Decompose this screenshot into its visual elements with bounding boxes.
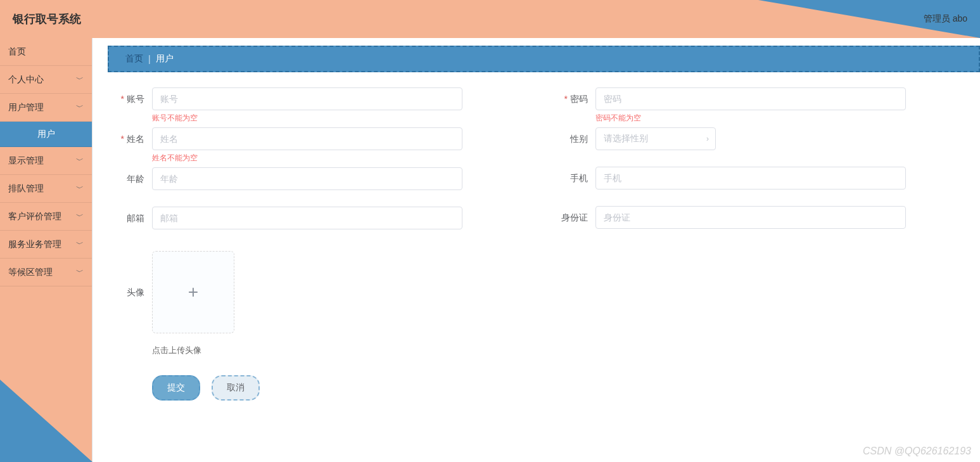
app-title: 银行取号系统	[13, 11, 81, 27]
email-input[interactable]	[152, 207, 462, 229]
sidebar-item-label: 用户管理	[8, 102, 44, 113]
name-input[interactable]	[152, 127, 462, 150]
sidebar-decoration	[0, 380, 92, 462]
account-label: *账号	[108, 87, 152, 110]
chevron-down-icon: ﹀	[76, 74, 84, 85]
sidebar-item-label: 客户评价管理	[8, 211, 61, 222]
gender-placeholder: 请选择性别	[604, 133, 648, 144]
upload-hint: 点击上传头像	[152, 345, 462, 356]
password-input[interactable]	[595, 87, 906, 110]
watermark: CSDN @QQ626162193	[863, 446, 971, 457]
cancel-button[interactable]: 取消	[212, 375, 260, 401]
form: *账号 账号不能为空 *姓名 姓名不能为空 年龄	[108, 87, 980, 401]
form-right-column: *密码 密码不能为空 性别 请选择性别 ›	[551, 87, 906, 401]
sidebar-item-label: 个人中心	[8, 74, 44, 86]
idcard-input[interactable]	[595, 206, 906, 229]
chevron-down-icon: ﹀	[76, 155, 84, 166]
gender-select[interactable]: 请选择性别 ›	[595, 127, 716, 150]
sidebar-item-label: 首页	[8, 46, 26, 58]
form-left-column: *账号 账号不能为空 *姓名 姓名不能为空 年龄	[108, 87, 462, 401]
breadcrumb-home[interactable]: 首页	[125, 53, 143, 65]
sidebar: 首页 个人中心 ﹀ 用户管理 ﹀ 用户 显示管理 ﹀ 排队管理 ﹀ 客户评价管理…	[0, 38, 92, 462]
sidebar-item-label: 显示管理	[8, 155, 44, 167]
chevron-down-icon: ﹀	[76, 183, 84, 194]
chevron-right-icon: ›	[706, 134, 709, 143]
button-row: 提交 取消	[152, 375, 462, 401]
avatar-label: 头像	[108, 251, 152, 333]
sidebar-item-review-mgmt[interactable]: 客户评价管理 ﹀	[0, 203, 92, 231]
sidebar-item-label: 排队管理	[8, 183, 44, 195]
chevron-down-icon: ﹀	[76, 267, 84, 278]
phone-input[interactable]	[595, 167, 906, 189]
account-input[interactable]	[152, 87, 462, 110]
sidebar-item-user-mgmt[interactable]: 用户管理 ﹀	[0, 94, 92, 122]
breadcrumb-current: 用户	[156, 53, 174, 65]
sidebar-item-label: 服务业务管理	[8, 239, 61, 250]
chevron-down-icon: ﹀	[76, 239, 84, 250]
password-label: *密码	[551, 87, 595, 110]
sidebar-item-queue-mgmt[interactable]: 排队管理 ﹀	[0, 175, 92, 203]
idcard-label: 身份证	[551, 206, 595, 229]
sidebar-item-personal[interactable]: 个人中心 ﹀	[0, 66, 92, 94]
header-user-label[interactable]: 管理员 abo	[924, 13, 967, 25]
phone-label: 手机	[551, 167, 595, 189]
sidebar-item-service-mgmt[interactable]: 服务业务管理 ﹀	[0, 231, 92, 259]
email-label: 邮箱	[108, 207, 152, 229]
submit-button[interactable]: 提交	[152, 375, 200, 401]
account-error: 账号不能为空	[152, 110, 462, 124]
name-label: *姓名	[108, 127, 152, 150]
main-content: 首页 | 用户 *账号 账号不能为空 *姓名 姓名不能为空	[92, 38, 980, 462]
sidebar-item-display-mgmt[interactable]: 显示管理 ﹀	[0, 147, 92, 175]
age-label: 年龄	[108, 167, 152, 190]
name-error: 姓名不能为空	[152, 150, 462, 164]
gender-label: 性别	[551, 127, 595, 150]
sidebar-item-label: 等候区管理	[8, 267, 53, 278]
chevron-down-icon: ﹀	[76, 102, 84, 113]
password-error: 密码不能为空	[595, 110, 906, 124]
plus-icon: +	[188, 282, 198, 302]
breadcrumb: 首页 | 用户	[108, 46, 980, 72]
avatar-upload[interactable]: +	[152, 251, 234, 333]
sidebar-item-label: 用户	[37, 129, 55, 140]
chevron-down-icon: ﹀	[76, 211, 84, 222]
sidebar-item-waiting-mgmt[interactable]: 等候区管理 ﹀	[0, 259, 92, 286]
age-input[interactable]	[152, 167, 462, 190]
sidebar-item-home[interactable]: 首页	[0, 38, 92, 66]
header: 银行取号系统 管理员 abo	[0, 0, 980, 38]
breadcrumb-separator: |	[148, 54, 151, 64]
sidebar-item-user[interactable]: 用户	[0, 122, 92, 147]
